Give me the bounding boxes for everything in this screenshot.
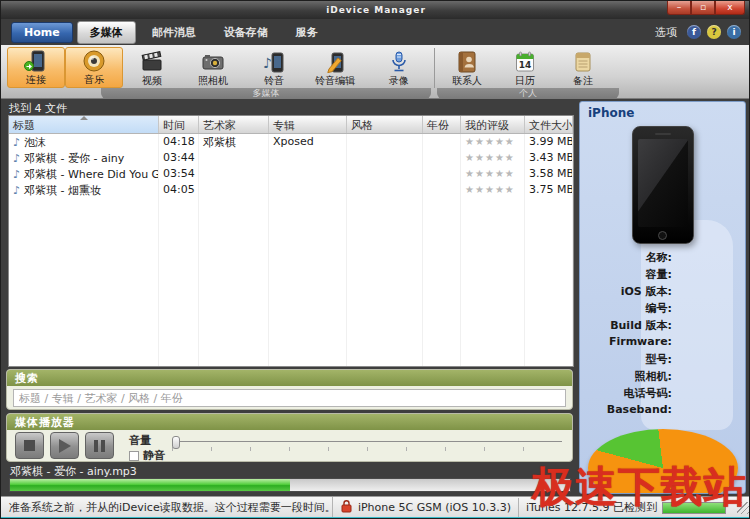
volume-slider[interactable] <box>172 439 562 453</box>
song-album: Xposed <box>269 134 347 150</box>
mute-checkbox[interactable]: 静音 <box>129 448 165 462</box>
toolbar-button-notes[interactable]: 备注 <box>554 47 612 88</box>
stop-button[interactable] <box>15 432 44 459</box>
calendar-icon: 14 <box>513 49 537 75</box>
record-mic-icon <box>387 49 411 75</box>
song-artist <box>199 166 269 182</box>
toolbar-button-camera[interactable]: 照相机 <box>181 47 245 88</box>
toolbar-button-music[interactable]: 音乐 <box>65 47 123 88</box>
column-header-rating[interactable]: 我的评级 <box>461 116 525 133</box>
play-button[interactable] <box>50 432 79 459</box>
menu-item-mail[interactable]: 邮件消息 <box>140 22 208 43</box>
toolbar-button-video[interactable]: 视频 <box>123 47 181 88</box>
table-row[interactable]: ♪邓紫琪 - 烟熏妆 04:05 ★★★★★ 3.75 MB <box>9 182 573 198</box>
watermark-text: 极速下载站 <box>532 459 747 515</box>
media-player-panel: 媒体播放器 音量 静音 <box>6 413 573 462</box>
song-title: 邓紫棋 - Where Did You Go <box>24 168 159 181</box>
toolbar-button-label: 铃音 <box>264 75 284 87</box>
pause-button[interactable] <box>85 432 114 459</box>
song-album <box>269 150 347 166</box>
field-value <box>672 352 745 369</box>
field-label-ios-version: iOS 版本: <box>580 284 672 301</box>
column-header-year[interactable]: 年份 <box>423 116 461 133</box>
svg-text:♪: ♪ <box>263 55 272 71</box>
toolbar-button-calendar[interactable]: 14 日历 <box>496 47 554 88</box>
info-icon[interactable]: i <box>727 25 741 39</box>
toolbar-button-ringtone-edit[interactable]: 铃音编辑 <box>303 47 367 88</box>
music-note-icon: ♪ <box>13 168 20 181</box>
toolbar-button-record[interactable]: 录像 <box>367 47 431 88</box>
table-row[interactable]: ♪邓紫棋 - Where Did You Go 03:54 ★★★★★ 3.58… <box>9 166 573 182</box>
stop-icon <box>24 440 35 451</box>
song-time: 03:44 <box>159 150 199 166</box>
song-genre <box>347 134 423 150</box>
field-label-camera: 照相机: <box>580 369 672 386</box>
field-value <box>672 284 745 301</box>
close-button[interactable]: x <box>715 1 745 15</box>
media-table: 标题 时间 艺术家 专辑 风格 年份 我的评级 文件大小 ♪泡沫 04:18 邓… <box>8 115 574 367</box>
song-size: 3.43 MB <box>525 150 573 166</box>
song-rating[interactable]: ★★★★★ <box>461 134 525 150</box>
song-artist <box>199 150 269 166</box>
field-label-build: Build 版本: <box>580 318 672 335</box>
lock-icon <box>340 499 353 516</box>
device-panel-title: iPhone <box>580 102 745 124</box>
ringtone-icon: ♪ <box>262 49 286 75</box>
menu-item-services[interactable]: 服务 <box>284 22 330 43</box>
menu-item-home[interactable]: Home <box>11 22 73 43</box>
song-rating[interactable]: ★★★★★ <box>461 166 525 182</box>
column-header-album[interactable]: 专辑 <box>269 116 347 133</box>
search-input[interactable] <box>13 389 566 407</box>
column-header-genre[interactable]: 风格 <box>347 116 423 133</box>
table-row[interactable]: ♪邓紫棋 - 爱你 - ainy 03:44 ★★★★★ 3.43 MB <box>9 150 573 166</box>
maximize-button[interactable]: ▫ <box>691 1 715 15</box>
device-status: iPhone 5C GSM (iOS 10.3.3) <box>358 501 511 514</box>
column-header-artist[interactable]: 艺术家 <box>199 116 269 133</box>
toolbar-button-label: 备注 <box>573 75 593 87</box>
toolbar-button-label: 铃音编辑 <box>315 75 355 87</box>
song-rating[interactable]: ★★★★★ <box>461 182 525 198</box>
song-title: 邓紫棋 - 爱你 - ainy <box>24 152 124 165</box>
song-rating[interactable]: ★★★★★ <box>461 150 525 166</box>
table-header: 标题 时间 艺术家 专辑 风格 年份 我的评级 文件大小 <box>9 116 573 134</box>
transfer-progressbar <box>9 478 571 492</box>
status-message: 准备系统之前，并从的iDevice读取数据。这个过程需要一段时间。请稍候... <box>1 500 332 515</box>
toolbar-button-label: 照相机 <box>198 75 228 87</box>
song-year <box>423 182 461 198</box>
music-speaker-icon <box>82 48 106 74</box>
song-genre <box>347 182 423 198</box>
table-row[interactable]: ♪泡沫 04:18 邓紫棋 Xposed ★★★★★ 3.99 MB <box>9 134 573 150</box>
volume-thumb[interactable] <box>172 436 180 449</box>
song-title: 泡沫 <box>24 136 46 149</box>
song-artist <box>199 182 269 198</box>
table-empty-area <box>9 198 573 367</box>
options-button[interactable]: 选项 <box>655 25 677 40</box>
facebook-icon[interactable]: f <box>687 25 701 39</box>
minimize-button[interactable]: – <box>667 1 691 15</box>
column-header-time[interactable]: 时间 <box>159 116 199 133</box>
toolbar-button-ringtone[interactable]: ♪ 铃音 <box>245 47 303 88</box>
song-time: 03:54 <box>159 166 199 182</box>
toolbar-button-label: 视频 <box>142 75 162 87</box>
search-header: 搜索 <box>7 370 572 386</box>
slider-track <box>172 441 562 442</box>
song-genre <box>347 150 423 166</box>
menu-item-multimedia[interactable]: 多媒体 <box>77 21 136 44</box>
column-header-size[interactable]: 文件大小 <box>525 116 573 133</box>
toolbar-button-label: 音乐 <box>84 74 104 86</box>
song-time: 04:18 <box>159 134 199 150</box>
camera-icon <box>201 49 225 75</box>
toolbar-button-connect[interactable]: 连接 <box>7 47 65 88</box>
music-note-icon: ♪ <box>13 152 20 165</box>
toolbar-button-contacts[interactable]: 联系人 <box>438 47 496 88</box>
field-value <box>672 250 745 267</box>
menu-item-storage[interactable]: 设备存储 <box>212 22 280 43</box>
help-icon[interactable]: ? <box>707 25 721 39</box>
song-year <box>423 166 461 182</box>
device-fields: 名称: 容量: iOS 版本: 编号: Build 版本: Firmware: … <box>580 250 745 420</box>
field-label-baseband: Baseband: <box>580 403 672 420</box>
field-value <box>672 318 745 335</box>
column-header-title[interactable]: 标题 <box>9 116 159 133</box>
group-label-personal: 个人 <box>519 87 537 100</box>
field-label-name: 名称: <box>580 250 672 267</box>
